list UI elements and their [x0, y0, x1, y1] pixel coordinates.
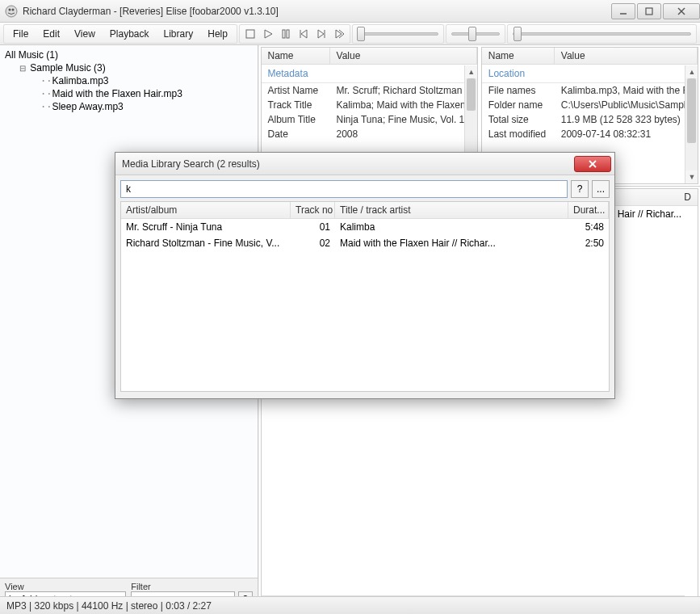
play-icon[interactable]: [260, 27, 276, 41]
menu-playback[interactable]: Playback: [103, 26, 157, 42]
location-section: Location: [482, 65, 698, 83]
col-value[interactable]: Value: [330, 48, 477, 64]
random-icon[interactable]: [331, 27, 347, 41]
col-value[interactable]: Value: [555, 48, 698, 64]
location-row[interactable]: Last modified2009-07-14 08:32:31: [482, 127, 698, 141]
col-title[interactable]: Title / track artist: [335, 202, 568, 218]
metadata-row[interactable]: Artist NameMr. Scruff; Richard Stoltzman: [262, 83, 477, 98]
scroll-up-icon[interactable]: ▲: [685, 65, 698, 78]
tree-item[interactable]: ·· Kalimba.mp3: [5, 74, 253, 87]
svg-rect-4: [646, 8, 652, 15]
maximize-button[interactable]: [637, 3, 661, 19]
menu-edit[interactable]: Edit: [36, 26, 67, 42]
result-row[interactable]: Mr. Scruff - Ninja Tuna 01 Kalimba 5:48: [121, 219, 609, 235]
dialog-title-text: Media Library Search (2 results): [122, 158, 574, 170]
menu-help[interactable]: Help: [200, 26, 235, 42]
dialog-body: ? ... Artist/album Track no Title / trac…: [115, 175, 614, 397]
minimize-button[interactable]: [611, 3, 635, 19]
tree-item[interactable]: ·· Maid with the Flaxen Hair.mp3: [5, 87, 253, 100]
volume-slider[interactable]: [446, 24, 505, 44]
svg-rect-8: [283, 30, 285, 38]
svg-point-0: [6, 6, 17, 17]
close-button[interactable]: [663, 3, 700, 19]
location-row[interactable]: Total size11.9 MB (12 528 323 bytes): [482, 112, 698, 127]
app-icon: [5, 5, 18, 18]
svg-rect-9: [287, 30, 289, 38]
seek-bar[interactable]: [352, 24, 444, 44]
svg-point-2: [12, 8, 15, 11]
pause-icon[interactable]: [278, 27, 294, 41]
dialog-titlebar[interactable]: Media Library Search (2 results): [115, 153, 614, 175]
dialog-close-button[interactable]: [574, 156, 611, 172]
balance-slider[interactable]: [507, 24, 697, 44]
metadata-row[interactable]: Album TitleNinja Tuna; Fine Music, Vol. …: [262, 112, 477, 127]
status-text: MP3 | 320 kbps | 44100 Hz | stereo | 0:0…: [6, 600, 212, 612]
svg-rect-7: [246, 30, 254, 38]
search-more-button[interactable]: ...: [592, 180, 610, 198]
location-header[interactable]: Name Value: [482, 48, 698, 65]
metadata-section: Metadata: [262, 65, 477, 83]
col-trackno[interactable]: Track no: [291, 202, 335, 218]
playback-controls: [239, 24, 350, 44]
tree-group[interactable]: ⊟ Sample Music (3): [5, 61, 253, 74]
location-scrollbar[interactable]: ▲ ▼: [685, 65, 698, 183]
window-controls: [610, 3, 700, 19]
tree-item[interactable]: ·· Sleep Away.mp3: [5, 100, 253, 113]
metadata-header[interactable]: Name Value: [262, 48, 477, 65]
view-label: View: [5, 582, 126, 591]
dialog-search-row: ? ...: [120, 180, 610, 198]
search-dialog: Media Library Search (2 results) ? ... A…: [115, 152, 615, 399]
stop-icon[interactable]: [242, 27, 258, 41]
search-help-button[interactable]: ?: [571, 180, 589, 198]
col-duration[interactable]: Durat...: [568, 202, 609, 218]
window-title: Richard Clayderman - [Reveries] Elise [f…: [23, 6, 610, 17]
search-input[interactable]: [120, 180, 568, 198]
menu-view[interactable]: View: [67, 26, 103, 42]
location-row[interactable]: Folder nameC:\Users\Public\Music\Sample: [482, 98, 698, 112]
collapse-icon[interactable]: ⊟: [18, 64, 27, 73]
svg-point-1: [9, 8, 11, 11]
window-titlebar: Richard Clayderman - [Reveries] Elise [f…: [0, 0, 700, 23]
metadata-row[interactable]: Date2008: [262, 127, 477, 141]
col-name[interactable]: Name: [262, 48, 330, 64]
menu-file[interactable]: File: [6, 26, 36, 42]
metadata-row[interactable]: Track TitleKalimba; Maid with the Flaxen: [262, 98, 477, 112]
results-header[interactable]: Artist/album Track no Title / track arti…: [121, 202, 609, 219]
menu-group: File Edit View Playback Library Help: [3, 24, 237, 44]
scroll-up-icon[interactable]: ▲: [465, 65, 478, 78]
filter-label: Filter: [131, 582, 252, 591]
col-artist[interactable]: Artist/album: [121, 202, 291, 218]
col-name[interactable]: Name: [482, 48, 555, 64]
menu-library[interactable]: Library: [157, 26, 201, 42]
scroll-down-icon[interactable]: ▼: [685, 170, 698, 183]
search-results: Artist/album Track no Title / track arti…: [120, 201, 610, 392]
prev-icon[interactable]: [296, 27, 312, 41]
result-row[interactable]: Richard Stoltzman - Fine Music, V... 02 …: [121, 235, 609, 251]
location-row[interactable]: File namesKalimba.mp3, Maid with the Fla: [482, 83, 698, 98]
menubar: File Edit View Playback Library Help: [0, 23, 700, 45]
status-bar: MP3 | 320 kbps | 44100 Hz | stereo | 0:0…: [0, 596, 700, 614]
next-icon[interactable]: [313, 27, 329, 41]
tree-root[interactable]: All Music (1): [5, 48, 253, 61]
